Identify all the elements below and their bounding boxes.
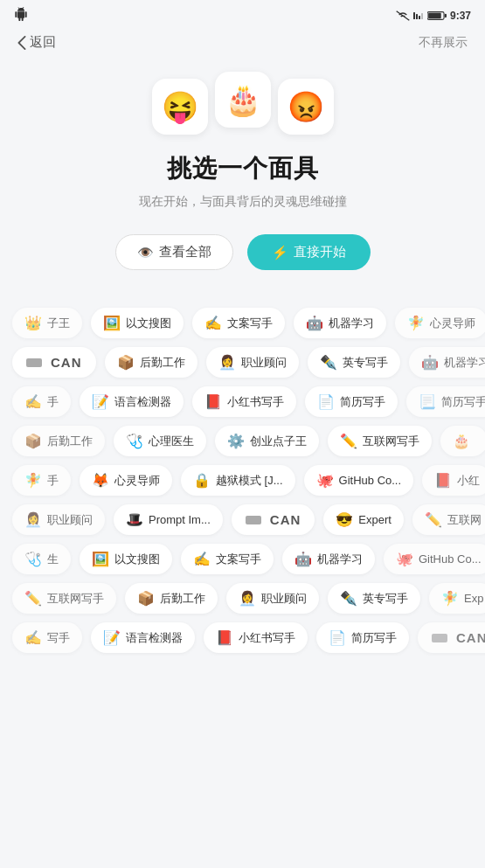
chip-5-0[interactable]: 👩‍💼职业顾问 — [12, 504, 105, 535]
view-all-button[interactable]: 👁️ 查看全部 — [115, 234, 233, 270]
chip-label-4-0: 手 — [47, 473, 59, 489]
chip-8-0[interactable]: ✍️写手 — [12, 622, 82, 653]
chip-icon-1-1: 📦 — [117, 354, 135, 371]
chip-label-0-1: 以文搜图 — [126, 316, 171, 331]
chip-5-4[interactable]: ✏️互联网 — [412, 504, 485, 535]
svg-rect-5 — [445, 13, 447, 17]
hero-title: 挑选一个面具 — [167, 152, 319, 185]
can-icon — [432, 634, 447, 642]
chip-8-4[interactable]: CAN — [418, 622, 485, 653]
chip-label-0-4: 心灵导师 — [430, 316, 475, 331]
can-label: CAN — [51, 355, 82, 370]
chip-2-0[interactable]: ✍️手 — [12, 386, 71, 417]
no-show-button[interactable]: 不再展示 — [419, 35, 468, 51]
svg-rect-3 — [421, 13, 423, 19]
chip-6-0[interactable]: 🩺生 — [12, 544, 71, 574]
chip-7-3[interactable]: ✒️英专写手 — [328, 583, 420, 614]
chip-6-1[interactable]: 🖼️以文搜图 — [80, 544, 172, 574]
eye-icon: 👁️ — [137, 245, 154, 260]
chip-icon-3-4: 🎂 — [453, 433, 470, 449]
back-label: 返回 — [30, 34, 56, 51]
scroll-row-1: CAN📦后勤工作👩‍💼职业顾问✒️英专写手🤖机器学习 — [0, 343, 485, 382]
scroll-row-4: 🧚手🦊心灵导师🔒越狱模式 [J...🐙GitHub Co...📕小红 — [0, 461, 485, 500]
chip-1-2[interactable]: 👩‍💼职业顾问 — [206, 347, 299, 378]
chip-6-2[interactable]: ✍️文案写手 — [181, 544, 274, 574]
chip-icon-8-0: ✍️ — [24, 629, 42, 646]
chip-label-8-0: 写手 — [47, 630, 70, 646]
svg-rect-6 — [428, 12, 441, 18]
chip-4-3[interactable]: 🐙GitHub Co... — [304, 465, 414, 496]
chip-label-2-2: 小红书写手 — [227, 394, 284, 410]
chip-label-6-4: GitHub Co... — [419, 552, 482, 566]
chip-icon-5-1: 🎩 — [126, 511, 143, 528]
chip-icon-6-0: 🩺 — [24, 551, 42, 567]
chip-icon-2-0: ✍️ — [24, 393, 42, 410]
chip-label-5-1: Prompt Im... — [149, 513, 211, 526]
chip-8-2[interactable]: 📕小红书写手 — [204, 622, 308, 653]
chip-label-3-3: 互联网写手 — [363, 434, 419, 449]
chip-1-1[interactable]: 📦后勤工作 — [105, 347, 197, 378]
chip-2-4[interactable]: 📃简历写手 — [406, 386, 485, 417]
emoji-card-3: 😡 — [278, 79, 334, 135]
chip-5-2[interactable]: CAN — [232, 504, 315, 535]
chip-1-3[interactable]: ✒️英专写手 — [308, 347, 400, 378]
chip-icon-3-3: ✏️ — [340, 433, 357, 449]
chip-icon-6-2: ✍️ — [193, 551, 211, 567]
chip-4-2[interactable]: 🔒越狱模式 [J... — [181, 465, 295, 496]
chip-0-3[interactable]: 🤖机器学习 — [294, 308, 386, 338]
chip-2-3[interactable]: 📄简历写手 — [305, 386, 398, 417]
chip-7-4[interactable]: 🧚Exp — [429, 583, 485, 614]
start-button[interactable]: ⚡ 直接开始 — [247, 234, 371, 270]
chip-2-2[interactable]: 📕小红书写手 — [192, 386, 296, 417]
chip-2-1[interactable]: 📝语言检测器 — [80, 386, 184, 417]
chip-icon-4-4: 📕 — [434, 472, 452, 489]
chip-icon-8-1: 📝 — [103, 629, 121, 646]
chip-5-3[interactable]: 😎Expert — [323, 504, 404, 535]
chip-0-4[interactable]: 🧚心灵导师 — [395, 308, 485, 338]
chip-icon-5-0: 👩‍💼 — [24, 511, 42, 528]
can-icon — [26, 358, 42, 367]
chip-3-2[interactable]: ⚙️创业点子王 — [215, 426, 319, 456]
chip-3-4[interactable]: 🎂 — [440, 426, 485, 456]
chip-icon-3-0: 📦 — [24, 433, 42, 449]
chip-7-0[interactable]: ✏️互联网写手 — [12, 583, 116, 614]
chip-icon-7-2: 👩‍💼 — [239, 590, 256, 607]
chip-0-0[interactable]: 👑子王 — [12, 308, 82, 338]
chip-label-8-1: 语言检测器 — [126, 630, 183, 646]
chip-3-0[interactable]: 📦后勤工作 — [12, 426, 105, 456]
chip-label-4-1: 心灵导师 — [114, 473, 160, 489]
emoji-card-2: 🎂 — [215, 72, 271, 128]
back-button[interactable]: 返回 — [17, 34, 56, 51]
chip-0-2[interactable]: ✍️文案写手 — [192, 308, 285, 338]
scroll-row-0: 👑子王🖼️以文搜图✍️文案写手🤖机器学习🧚心灵导师 — [0, 303, 485, 343]
chip-1-4[interactable]: 🤖机器学习 — [409, 347, 486, 378]
chip-7-1[interactable]: 📦后勤工作 — [125, 583, 218, 614]
chip-5-1[interactable]: 🎩Prompt Im... — [114, 504, 223, 535]
chip-label-7-4: Exp — [464, 592, 483, 605]
chip-icon-1-4: 🤖 — [421, 354, 439, 371]
chip-0-1[interactable]: 🖼️以文搜图 — [91, 308, 184, 338]
android-icon — [14, 7, 28, 24]
chip-3-3[interactable]: ✏️互联网写手 — [328, 426, 432, 456]
chip-7-2[interactable]: 👩‍💼职业顾问 — [226, 583, 319, 614]
status-right: 9:37 — [396, 10, 471, 22]
chip-4-4[interactable]: 📕小红 — [422, 465, 485, 496]
chip-6-3[interactable]: 🤖机器学习 — [282, 544, 375, 574]
chip-icon-1-2: 👩‍💼 — [218, 354, 236, 371]
chip-label-6-1: 以文搜图 — [114, 552, 160, 567]
chip-6-4[interactable]: 🐙GitHub Co... — [384, 544, 485, 574]
chip-8-3[interactable]: 📄简历写手 — [316, 622, 409, 653]
can-label: CAN — [270, 512, 301, 527]
chip-icon-0-1: 🖼️ — [103, 315, 121, 331]
chip-4-0[interactable]: 🧚手 — [12, 465, 71, 496]
chip-4-1[interactable]: 🦊心灵导师 — [80, 465, 172, 496]
chip-label-4-4: 小红 — [457, 473, 480, 489]
chip-label-0-0: 子王 — [47, 316, 70, 331]
chip-label-5-0: 职业顾问 — [47, 512, 93, 528]
chip-3-1[interactable]: 🩺心理医生 — [114, 426, 206, 456]
chip-1-0[interactable]: CAN — [12, 347, 96, 378]
chip-8-1[interactable]: 📝语言检测器 — [91, 622, 195, 653]
hero-subtitle: 现在开始，与面具背后的灵魂思维碰撞 — [139, 194, 347, 210]
chip-label-2-1: 语言检测器 — [114, 394, 171, 410]
svg-rect-1 — [416, 14, 418, 19]
